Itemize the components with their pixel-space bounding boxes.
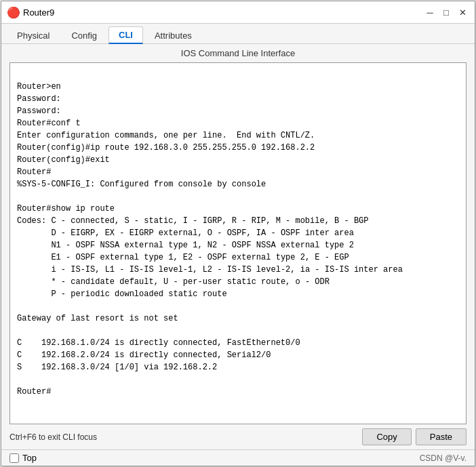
title-bar: 🔴 Router9 ─ □ ✕ — [1, 1, 475, 24]
cli-output[interactable]: Router>en Password: Password: Router#con… — [10, 63, 466, 424]
btn-group: Copy Paste — [362, 428, 467, 445]
maximize-button[interactable]: □ — [439, 5, 453, 19]
footer-brand: CSDN @V-v. — [420, 453, 467, 463]
paste-button[interactable]: Paste — [416, 428, 467, 445]
tab-bar: Physical Config CLI Attributes — [1, 24, 475, 44]
copy-button[interactable]: Copy — [362, 428, 411, 445]
tab-config[interactable]: Config — [61, 27, 107, 43]
close-button[interactable]: ✕ — [456, 5, 469, 19]
minimize-button[interactable]: ─ — [423, 5, 437, 19]
footer-bar: Top CSDN @V-v. — [1, 449, 475, 466]
cli-hint: Ctrl+F6 to exit CLI focus — [9, 432, 97, 442]
tab-physical[interactable]: Physical — [7, 27, 60, 43]
section-header: IOS Command Line Interface — [1, 44, 475, 62]
tab-cli[interactable]: CLI — [108, 26, 143, 44]
main-window: 🔴 Router9 ─ □ ✕ Physical Config CLI Attr… — [1, 1, 475, 466]
bottom-bar: Ctrl+F6 to exit CLI focus Copy Paste — [1, 424, 475, 449]
app-icon: 🔴 — [7, 6, 19, 18]
top-label: Top — [22, 453, 37, 463]
cli-container: Router>en Password: Password: Router#con… — [9, 62, 467, 424]
window-title: Router9 — [23, 7, 54, 18]
top-checkbox[interactable] — [9, 453, 19, 463]
tab-attributes[interactable]: Attributes — [144, 27, 202, 43]
top-checkbox-label[interactable]: Top — [9, 453, 37, 463]
title-bar-left: 🔴 Router9 — [7, 6, 54, 18]
title-bar-controls: ─ □ ✕ — [423, 5, 469, 19]
